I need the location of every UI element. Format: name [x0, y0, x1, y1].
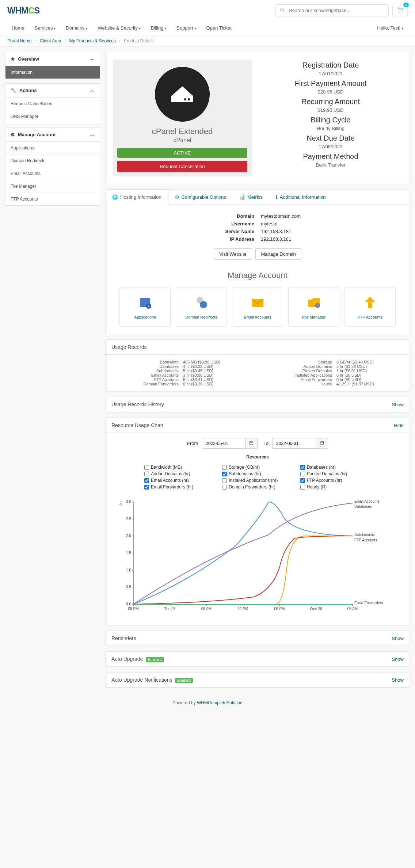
usage-history-toggle[interactable]: Show — [392, 402, 404, 407]
tab-hosting-information[interactable]: 🌐 Hosting Information — [105, 190, 168, 205]
account-card-domain-redirects[interactable]: Domain Redirects — [176, 288, 227, 327]
chart-panel-toggle[interactable]: Hide — [394, 423, 404, 428]
legend-item[interactable]: Subdomains (hr) — [222, 471, 293, 476]
product-detail-value: $20.95 USD — [259, 89, 402, 95]
legend-item[interactable]: Databases (hr) — [300, 465, 371, 470]
card-icon — [292, 294, 335, 311]
usage-value: 8 GB/hr ($2.48 USD) — [336, 360, 404, 364]
legend-checkbox[interactable] — [222, 485, 227, 490]
usage-value: 4 hr ($0.22 USD) — [183, 364, 250, 369]
account-card-file-manager[interactable]: File Manager — [288, 288, 339, 327]
tab-additional-information[interactable]: ℹ Additional Information — [269, 190, 332, 204]
legend-item[interactable]: Installed Applications (hr) — [222, 478, 293, 483]
nav-item-services[interactable]: Services — [30, 22, 60, 34]
from-date-input[interactable] — [202, 438, 245, 449]
nav-item-support[interactable]: Support — [172, 22, 200, 34]
legend-label: Email Forwarders (hr) — [151, 484, 193, 490]
nav-item-billing[interactable]: Billing — [146, 22, 171, 34]
manage-domain-button[interactable]: Manage Domain — [255, 248, 301, 260]
product-detail-value: 17/01/2021 — [259, 71, 402, 76]
enabled-badge: Enabled — [175, 678, 193, 683]
svg-text:Wed 29: Wed 29 — [310, 607, 323, 611]
svg-text:+: + — [148, 304, 150, 308]
usage-key: Email Accounts — [111, 373, 183, 377]
cart-button[interactable]: 0 — [392, 4, 408, 17]
legend-checkbox[interactable] — [222, 465, 227, 470]
sidebar-item-request-cancellation[interactable]: Request Cancellation — [5, 98, 100, 110]
legend-item[interactable]: Domain Forwarders (hr) — [222, 484, 293, 490]
breadcrumb-portal[interactable]: Portal Home — [7, 38, 32, 43]
sidebar-overview-header[interactable]: ★ Overview ︿ — [5, 52, 100, 66]
legend-checkbox[interactable] — [222, 478, 227, 483]
card-icon — [349, 294, 392, 311]
legend-checkbox[interactable] — [300, 472, 305, 476]
sidebar-item-domain-redirects[interactable]: Domain Redirects — [5, 155, 100, 167]
svg-text:06 AM: 06 AM — [347, 607, 358, 611]
nav-item-home[interactable]: Home — [7, 22, 29, 34]
svg-text:Tue 28: Tue 28 — [164, 607, 176, 611]
product-detail-label: Recurring Amount — [259, 98, 402, 106]
resource-chart: /hr 0.0 0.5 1.0 1.5 2.0 2.5 3.0 — [111, 495, 404, 620]
svg-line-1 — [283, 11, 285, 12]
sidebar-actions-header[interactable]: 🔧 Actions ︿ — [5, 84, 100, 98]
legend-item[interactable]: Parked Domains (hr) — [300, 471, 371, 476]
legend-checkbox[interactable] — [144, 472, 149, 476]
svg-point-0 — [281, 8, 283, 11]
breadcrumb-products[interactable]: My Products & Services — [69, 38, 115, 43]
auto-upgrade-notif-title: Auto Upgrade Notifications Enabled — [111, 677, 193, 683]
svg-text:FTP Accounts: FTP Accounts — [354, 538, 377, 542]
legend-label: Addon Domains (hr) — [151, 471, 190, 476]
legend-item[interactable]: Storage (GB/hr) — [222, 465, 293, 470]
legend-item[interactable]: Addon Domains (hr) — [144, 471, 215, 476]
auto-upgrade-notif-toggle[interactable]: Show — [392, 677, 404, 683]
to-date-input[interactable] — [272, 438, 316, 449]
account-card-applications[interactable]: +Applications — [119, 288, 171, 327]
logo[interactable]: WHMCS — [7, 5, 39, 16]
usage-value: 0 hr ($0 USD) — [336, 377, 404, 382]
svg-text:2.5: 2.5 — [126, 517, 131, 521]
legend-checkbox[interactable] — [144, 465, 149, 470]
tab-configurable-options[interactable]: ⚙ Configurable Options — [168, 190, 233, 204]
legend-checkbox[interactable] — [300, 465, 305, 470]
visit-website-button[interactable]: Visit Website — [214, 248, 252, 260]
legend-checkbox[interactable] — [144, 478, 149, 483]
account-card-email-accounts[interactable]: Email Accounts — [232, 288, 283, 327]
legend-checkbox[interactable] — [300, 485, 305, 490]
footer: Powered by WHMCompleteSolution — [0, 693, 415, 713]
legend-item[interactable]: Bandwidth (MB) — [144, 465, 215, 470]
sidebar-item-dns-manager[interactable]: DNS Manager — [5, 110, 100, 123]
user-menu[interactable]: Hello, Test! — [373, 22, 408, 34]
legend-checkbox[interactable] — [144, 485, 149, 490]
nav-item-website-security[interactable]: Website & Security — [93, 22, 145, 34]
svg-point-2 — [399, 12, 399, 12]
from-calendar-button[interactable] — [245, 438, 258, 449]
usage-history-title: Usage Records History — [111, 401, 164, 407]
breadcrumb-client[interactable]: Client Area — [40, 38, 61, 43]
wrench-icon: 🔧 — [11, 88, 16, 93]
sidebar-item-file-manager[interactable]: File Manager — [5, 180, 100, 193]
svg-text:/hr: /hr — [119, 501, 123, 506]
legend-checkbox[interactable] — [222, 472, 227, 476]
legend-item[interactable]: Hourly (H) — [300, 484, 371, 490]
sidebar-item-email-accounts[interactable]: Email Accounts — [5, 167, 100, 180]
chevron-up-icon: ︿ — [90, 132, 95, 138]
auto-upgrade-toggle[interactable]: Show — [392, 656, 404, 662]
sidebar-item-ftp-accounts[interactable]: FTP Accounts — [5, 193, 100, 205]
legend-item[interactable]: FTP Accounts (hr) — [300, 478, 371, 483]
reminders-toggle[interactable]: Show — [392, 636, 404, 641]
nav-item-domains[interactable]: Domains — [61, 22, 92, 34]
sidebar-item-applications[interactable]: Applications — [5, 142, 100, 155]
search-input[interactable] — [275, 4, 389, 16]
status-badge: ACTIVE — [117, 148, 247, 158]
sidebar-manage-header[interactable]: ⚙ Manage Account ︿ — [5, 128, 100, 142]
legend-checkbox[interactable] — [300, 478, 305, 483]
footer-link[interactable]: WHMCompleteSolution — [197, 700, 243, 705]
tab-metrics[interactable]: 📊 Metrics — [233, 190, 269, 204]
legend-item[interactable]: Email Accounts (hr) — [144, 478, 215, 483]
nav-item-open-ticket[interactable]: Open Ticket — [202, 22, 236, 34]
legend-item[interactable]: Email Forwarders (hr) — [144, 484, 215, 490]
sidebar-item-information[interactable]: Information — [5, 66, 100, 79]
request-cancellation-button[interactable]: Request Cancellation — [117, 161, 247, 172]
to-calendar-button[interactable] — [316, 438, 328, 449]
account-card-ftp-accounts[interactable]: FTP Accounts — [344, 288, 396, 327]
